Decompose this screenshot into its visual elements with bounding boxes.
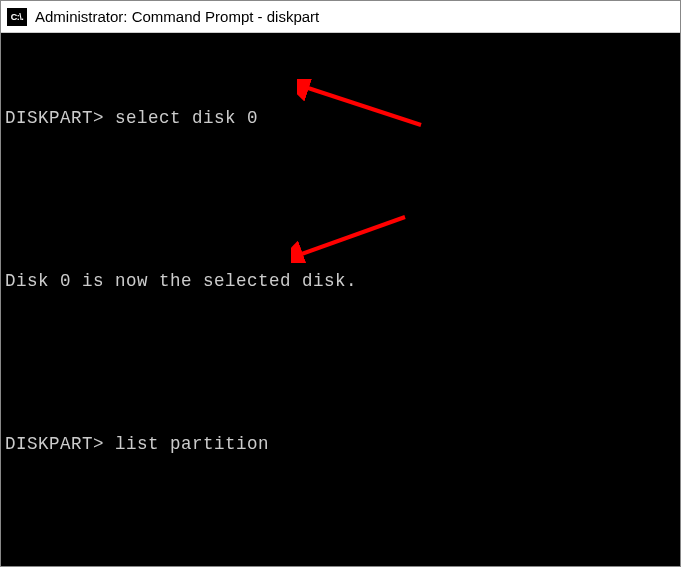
- cmd-icon: C:\.: [7, 8, 27, 26]
- cmd-select-disk: select disk 0: [115, 108, 258, 128]
- window-title: Administrator: Command Prompt - diskpart: [35, 8, 319, 25]
- response-line: Disk 0 is now the selected disk.: [5, 268, 680, 295]
- prompt: DISKPART>: [5, 434, 104, 454]
- terminal-area[interactable]: DISKPART> select disk 0 Disk 0 is now th…: [1, 33, 680, 566]
- window-titlebar[interactable]: C:\. Administrator: Command Prompt - dis…: [1, 1, 680, 33]
- prompt: DISKPART>: [5, 108, 104, 128]
- cmd-list-partition: list partition: [115, 434, 269, 454]
- svg-line-3: [299, 217, 405, 255]
